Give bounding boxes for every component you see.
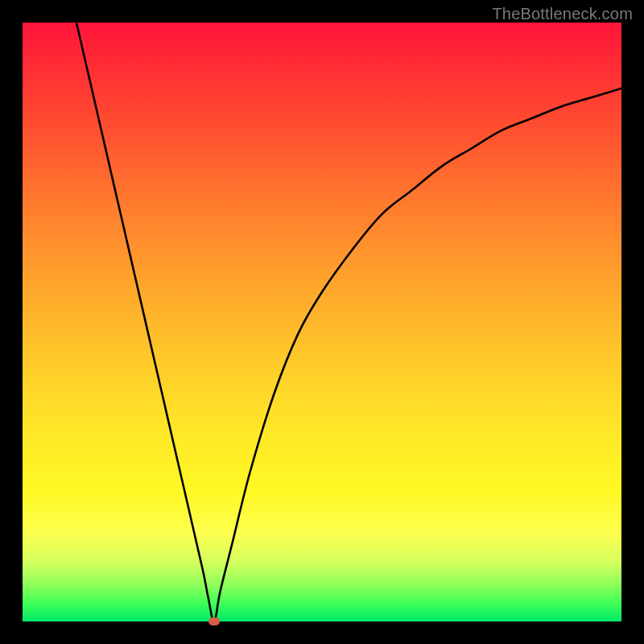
minimum-marker — [208, 617, 220, 625]
plot-area — [23, 23, 621, 621]
curve-path — [76, 23, 621, 621]
chart-frame: TheBottleneck.com — [0, 0, 644, 644]
watermark-text: TheBottleneck.com — [492, 5, 633, 23]
bottleneck-curve — [23, 23, 621, 621]
